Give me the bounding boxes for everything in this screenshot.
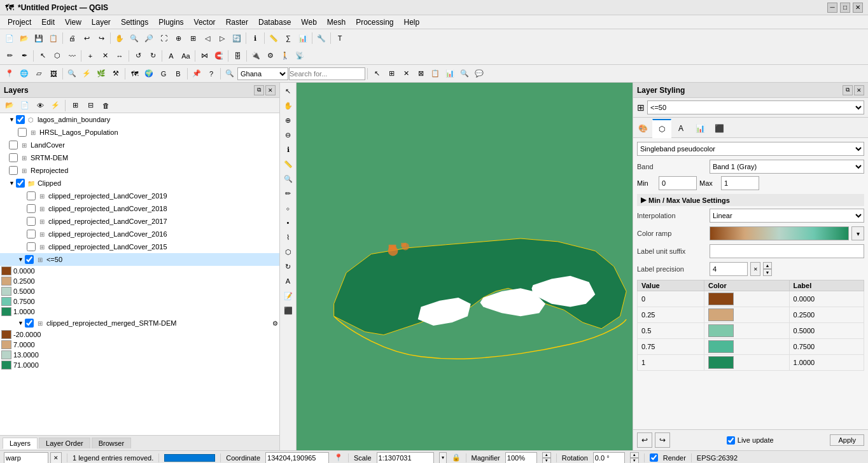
wms-button[interactable]: 🌐 bbox=[17, 67, 31, 81]
plugin5-button[interactable]: 📡 bbox=[293, 49, 307, 63]
layer-check-landcover[interactable] bbox=[9, 141, 18, 149]
layers-float-button[interactable]: ⧉ bbox=[254, 85, 264, 95]
menu-view[interactable]: View bbox=[60, 17, 87, 28]
renderer-select[interactable]: Singleband pseudocolor bbox=[637, 142, 864, 156]
menu-plugins[interactable]: Plugins bbox=[153, 17, 188, 28]
plugin2-button[interactable]: 🔌 bbox=[249, 49, 263, 63]
measure-tool[interactable]: 📏 bbox=[281, 157, 295, 171]
color-ramp-dropdown[interactable]: ▾ bbox=[851, 226, 864, 240]
show-all-button[interactable]: 👁 bbox=[33, 99, 47, 113]
zoom-out-tool[interactable]: ⊖ bbox=[281, 128, 295, 142]
band-select[interactable]: Band 1 (Gray) bbox=[710, 160, 864, 174]
minmax-settings-section[interactable]: ▶ Min / Max Value Settings bbox=[637, 194, 864, 206]
render-check[interactable] bbox=[650, 453, 658, 462]
vertex-tool[interactable]: ⬦ bbox=[281, 201, 295, 215]
layer-item-reprojected[interactable]: ⊞ Reprojected bbox=[0, 164, 279, 177]
layer-check-clipped2016[interactable] bbox=[27, 230, 36, 238]
text-button[interactable]: T bbox=[333, 31, 347, 45]
calculator-button[interactable]: ∑ bbox=[281, 31, 295, 45]
coordinate-input[interactable] bbox=[265, 452, 329, 464]
layer-check-clipped2019[interactable] bbox=[27, 191, 36, 200]
precision-down-button[interactable]: ▼ bbox=[763, 269, 772, 276]
tab-layers[interactable]: Layers bbox=[3, 438, 38, 449]
menu-processing[interactable]: Processing bbox=[351, 17, 398, 28]
redo-button[interactable]: ↪ bbox=[94, 31, 108, 45]
menu-database[interactable]: Database bbox=[253, 17, 296, 28]
layer-item-clipped2017[interactable]: ⊞ clipped_reprojected_LandCover_2017 bbox=[0, 215, 279, 228]
select2-button[interactable]: ⊞ bbox=[384, 67, 398, 81]
invert-selection-button[interactable]: ⊠ bbox=[414, 67, 428, 81]
layer-item-merged-srtm[interactable]: ▼ ⊞ clipped_reprojected_merged_SRTM-DEM … bbox=[0, 317, 279, 329]
layer-check-le50[interactable] bbox=[25, 255, 34, 264]
annotation-tool[interactable]: 📝 bbox=[281, 289, 295, 303]
style-3d-tab[interactable]: ⬛ bbox=[710, 119, 729, 138]
layer-item-clipped2018[interactable]: ⊞ clipped_reprojected_LandCover_2018 bbox=[0, 202, 279, 215]
style-color-tab[interactable]: 🎨 bbox=[633, 119, 652, 138]
zoom-selection-button[interactable]: ⊞ bbox=[186, 31, 200, 45]
layer-item-landcover[interactable]: ⊞ LandCover bbox=[0, 139, 279, 151]
zoom-in-tool[interactable]: ⊕ bbox=[281, 113, 295, 127]
select-tool-button[interactable]: ↖ bbox=[370, 67, 384, 81]
color-ramp-preview[interactable] bbox=[710, 226, 849, 240]
filter-layer-button[interactable]: ⚡ bbox=[48, 99, 62, 113]
menu-mesh[interactable]: Mesh bbox=[322, 17, 351, 28]
layer-check-reprojected[interactable] bbox=[9, 166, 18, 175]
current-layer-select[interactable]: <=50 bbox=[647, 100, 864, 114]
layer-check-srtm[interactable] bbox=[9, 153, 18, 162]
openstreet-button[interactable]: 🌍 bbox=[142, 67, 156, 81]
label-precision-input[interactable] bbox=[710, 262, 748, 276]
pan-tool[interactable]: ✋ bbox=[281, 99, 295, 113]
layer-item-hrsl[interactable]: ⊞ HRSL_Lagos_Population bbox=[0, 126, 279, 139]
menu-project[interactable]: Project bbox=[3, 17, 36, 28]
menu-settings[interactable]: Settings bbox=[116, 17, 153, 28]
expand-all-button[interactable]: ⊞ bbox=[68, 99, 82, 113]
scale-dropdown[interactable]: ▾ bbox=[439, 452, 447, 464]
layer-check-clipped2015[interactable] bbox=[27, 242, 36, 251]
zoom-prev-button[interactable]: ◁ bbox=[200, 31, 214, 45]
rotate-tool[interactable]: ↻ bbox=[281, 259, 295, 273]
color-cell-1[interactable] bbox=[704, 355, 789, 371]
magnifier-input[interactable] bbox=[505, 452, 537, 464]
tab-layer-order[interactable]: Layer Order bbox=[39, 438, 90, 448]
db-manager-button[interactable]: 🗄 bbox=[230, 49, 244, 63]
find-button[interactable]: 🔍 bbox=[458, 67, 472, 81]
min-input[interactable] bbox=[659, 176, 697, 190]
raster2-button[interactable]: 🖼 bbox=[46, 67, 60, 81]
zoom-next-button[interactable]: ▷ bbox=[215, 31, 229, 45]
mag-down-button[interactable]: ▼ bbox=[542, 458, 551, 464]
measure-button[interactable]: 📏 bbox=[267, 31, 281, 45]
vector-button[interactable]: ▱ bbox=[32, 67, 46, 81]
menu-layer[interactable]: Layer bbox=[87, 17, 116, 28]
edit-button[interactable]: ✒ bbox=[17, 49, 31, 63]
menu-edit[interactable]: Edit bbox=[36, 17, 60, 28]
help-button[interactable]: ? bbox=[204, 67, 218, 81]
save-as-button[interactable]: 📋 bbox=[46, 31, 60, 45]
layer-item-clipped2015[interactable]: ⊞ clipped_reprojected_LandCover_2015 bbox=[0, 240, 279, 253]
filter-button[interactable]: ⚡ bbox=[80, 67, 94, 81]
select-tool[interactable]: ↖ bbox=[281, 84, 295, 98]
precision-clear-button[interactable]: ✕ bbox=[750, 262, 760, 276]
plugins-button[interactable]: 🔧 bbox=[314, 31, 328, 45]
menu-web[interactable]: Web bbox=[296, 17, 321, 28]
bing-button[interactable]: B bbox=[171, 67, 185, 81]
menu-help[interactable]: Help bbox=[399, 17, 425, 28]
digitize-button[interactable]: ✏ bbox=[3, 49, 17, 63]
stats-button[interactable]: 📊 bbox=[296, 31, 310, 45]
move-feature-button[interactable]: ↔ bbox=[113, 49, 127, 63]
plugin4-button[interactable]: 🚶 bbox=[278, 49, 292, 63]
select-freehand-button[interactable]: 〰 bbox=[65, 49, 79, 63]
open-attribute-button[interactable]: 📋 bbox=[428, 67, 442, 81]
layer-group-le50[interactable]: ▼ ⊞ <=50 bbox=[0, 253, 279, 266]
warp-clear-button[interactable]: ✕ bbox=[50, 452, 62, 464]
warp-input[interactable] bbox=[4, 452, 48, 464]
zoom-out-button[interactable]: 🔎 bbox=[142, 31, 156, 45]
layers-close-button[interactable]: ✕ bbox=[265, 85, 276, 95]
3d-tool[interactable]: ⬛ bbox=[281, 303, 295, 317]
undo-button[interactable]: ↩ bbox=[80, 31, 94, 45]
refresh-button[interactable]: 🔄 bbox=[230, 31, 244, 45]
identify-tool[interactable]: 🔍 bbox=[281, 172, 295, 186]
snapping-button[interactable]: 🧲 bbox=[212, 49, 226, 63]
map-canvas[interactable] bbox=[297, 83, 633, 450]
stat-button[interactable]: 📊 bbox=[443, 67, 457, 81]
max-input[interactable] bbox=[721, 176, 759, 190]
